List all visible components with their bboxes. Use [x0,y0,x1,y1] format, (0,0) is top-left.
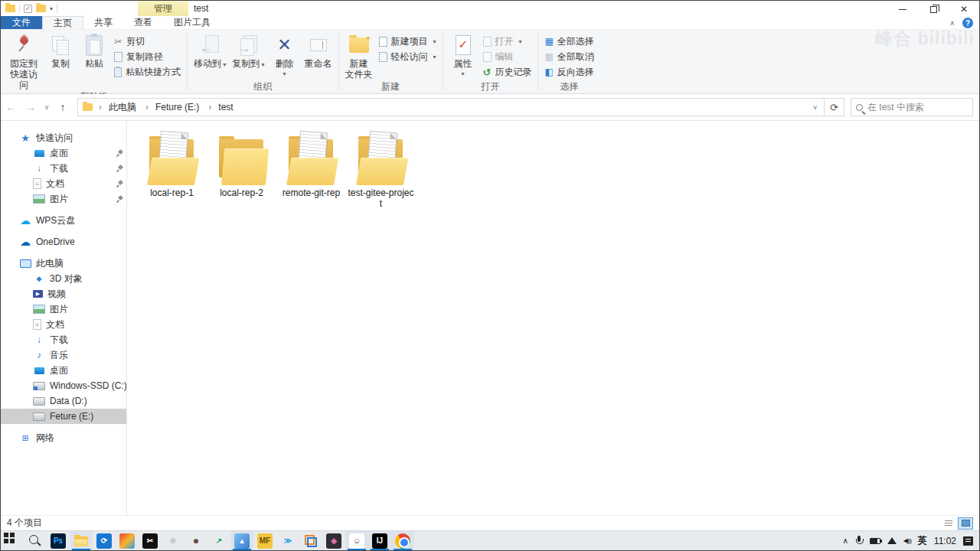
sidebar-item[interactable]: ☁ OneDrive [1,234,126,249]
photoshop-app[interactable]: Ps [47,531,70,550]
sidebar-item[interactable]: 此电脑 [1,256,126,271]
properties-qat-icon[interactable]: ✓ [24,5,32,13]
dark-app[interactable]: ◆ [322,531,345,550]
chrome-app[interactable] [391,531,414,550]
sidebar-item[interactable]: ☁ WPS云盘 [1,213,126,228]
intellij-app[interactable]: IJ [368,531,391,550]
tab-file[interactable]: 文件 [1,16,42,29]
delete-button[interactable]: ✕ 删除 [268,31,302,80]
sidebar-item[interactable]: Windows-SSD (C:) [1,378,126,393]
thunder-app[interactable]: ≫ [276,531,299,550]
tab-home[interactable]: 主页 [42,16,83,29]
photos-app[interactable]: ▴ [230,531,253,550]
move-to-button[interactable]: ← 移动到 [191,31,229,70]
sidebar-item[interactable]: ⊞ 网络 [1,430,126,445]
notification-center-icon[interactable] [963,536,973,546]
stocks-app[interactable]: ↗ [207,531,230,550]
recent-locations-caret-icon[interactable]: ∨ [41,103,53,111]
new-folder-icon [349,37,369,53]
sidebar-item[interactable]: 图片 [1,191,126,207]
details-view-button[interactable] [941,517,956,530]
media-app[interactable] [116,531,139,550]
copy-path-button[interactable]: 复制路径 [111,49,184,64]
search-box[interactable] [851,98,973,116]
sidebar-item[interactable]: 桌面 [1,363,126,378]
paste-shortcut-button[interactable]: 粘贴快捷方式 [111,64,184,80]
sidebar-item[interactable]: ▶ 视频 [1,286,126,302]
rename-button[interactable]: 重命名 [302,31,335,69]
help-icon[interactable]: ? [962,18,973,28]
sidebar-item[interactable]: ≡ 文档 [1,176,126,191]
docs-app[interactable] [299,531,322,550]
sidebar-item[interactable]: 桌面 [1,145,126,161]
tray-expand-icon[interactable]: ∧ [842,536,848,545]
folder-tile[interactable]: local-rep-1 [137,127,207,209]
back-button[interactable]: ← [1,101,21,113]
close-button[interactable]: ✕ [949,1,979,18]
forward-button[interactable]: → [21,101,41,113]
large-icons-view-button[interactable] [958,517,973,530]
sidebar-item[interactable]: 图片 [1,302,126,317]
open-button[interactable]: 打开 [480,34,535,49]
sidebar-item-label: 图片 [50,303,68,316]
new-folder-qat-icon[interactable] [36,5,46,12]
sidebar-item[interactable]: ◆ 3D 对象 [1,271,126,286]
copy-button[interactable]: 复制 [44,31,77,69]
up-button[interactable]: ↑ [53,101,73,113]
sidebar-item[interactable]: ≡ 文档 [1,317,126,332]
flower-app[interactable]: ❀ [162,531,185,550]
mf-app[interactable]: MF [253,531,276,550]
microphone-icon[interactable] [855,536,863,546]
contacts-app[interactable]: ☻ [185,531,207,550]
customize-qat-caret-icon[interactable]: ▾ [50,5,53,12]
wifi-icon[interactable] [887,537,897,544]
collapse-ribbon-icon[interactable]: ∧ [949,19,955,27]
minimize-button[interactable] [887,1,918,18]
start-button[interactable] [1,531,24,550]
file-list-area[interactable]: local-rep-1 local-rep-2 [127,121,979,515]
battery-icon[interactable] [870,538,880,544]
new-item-button[interactable]: 新建项目 [376,34,439,49]
edit-button[interactable]: 编辑 [480,49,535,64]
address-dropdown-icon[interactable]: ∨ [808,103,822,111]
clock[interactable]: 11:02 [934,536,956,546]
address-bar[interactable]: 此电脑Feture (E:)test ∨ [77,98,825,116]
tab-share[interactable]: 共享 [83,16,123,29]
history-button[interactable]: ↺历史记录 [480,64,535,80]
contextual-tab-manage[interactable]: 管理 [138,1,188,16]
breadcrumb-item[interactable]: Feture (E:) [141,102,204,112]
ime-indicator[interactable]: 英 [918,534,927,547]
smiley-app[interactable]: ☺ [345,531,368,550]
new-folder-button[interactable]: 新建 文件夹 [342,31,376,80]
paste-button[interactable]: 粘贴 [77,31,111,69]
sidebar-item[interactable]: ★ 快速访问 [1,130,126,145]
maximize-button[interactable] [918,1,949,18]
sidebar-item[interactable]: ↓ 下载 [1,161,126,176]
breadcrumb-item[interactable]: test [204,102,237,112]
pin-to-quick-access-button[interactable]: 固定到 快速访问 [4,31,44,90]
sidebar-item[interactable]: ♪ 音乐 [1,347,126,363]
tab-picture-tools[interactable]: 图片工具 [163,16,221,29]
search-input[interactable] [867,102,952,112]
folder-tile[interactable]: local-rep-2 [207,127,276,209]
folder-tile[interactable]: test-gitee-project [346,127,416,209]
copy-to-button[interactable]: → 复制到 [229,31,267,70]
select-none-button[interactable]: ▦全部取消 [541,49,596,64]
invert-selection-button[interactable]: ◧反向选择 [541,64,596,80]
sidebar-item[interactable]: Feture (E:) [1,409,126,424]
file-explorer-app[interactable] [70,531,93,550]
refresh-button[interactable]: ⟳ [825,98,844,116]
taskbar-search[interactable] [24,531,47,550]
select-all-button[interactable]: ▦全部选择 [541,34,596,49]
sidebar-item[interactable]: ↓ 下载 [1,332,126,347]
sync-app[interactable]: ⟳ [93,531,116,550]
easy-access-button[interactable]: 轻松访问 [376,49,439,64]
properties-button[interactable]: 属性 [446,31,480,80]
sidebar-item[interactable]: Data (D:) [1,393,126,409]
tab-view[interactable]: 查看 [123,16,163,29]
speaker-icon[interactable]: ◀))) [903,537,911,544]
breadcrumb-item[interactable]: 此电脑 [94,101,141,114]
capcut-app[interactable]: ✂ [139,531,162,550]
cut-button[interactable]: ✂剪切 [111,34,184,49]
folder-tile[interactable]: remote-git-rep [276,127,346,209]
